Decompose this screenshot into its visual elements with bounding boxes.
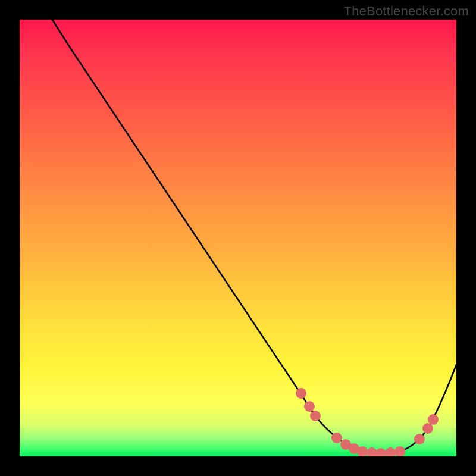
watermark-text: TheBottlenecker.com: [344, 4, 469, 19]
marker-dot: [331, 433, 342, 443]
marker-dot: [422, 423, 433, 434]
marker-dot: [296, 388, 306, 399]
marker-dot: [375, 448, 386, 456]
chart-frame: TheBottlenecker.com: [0, 0, 476, 476]
bottleneck-curve-path: [52, 20, 456, 453]
marker-dot: [310, 411, 321, 421]
marker-group: [296, 388, 439, 456]
marker-dot: [394, 446, 405, 456]
plot-area: [20, 20, 456, 456]
marker-dot: [428, 414, 439, 425]
curve-layer: [20, 20, 456, 456]
marker-dot: [367, 447, 377, 456]
marker-dot: [385, 447, 396, 456]
marker-dot: [304, 401, 315, 412]
marker-dot: [414, 434, 425, 444]
